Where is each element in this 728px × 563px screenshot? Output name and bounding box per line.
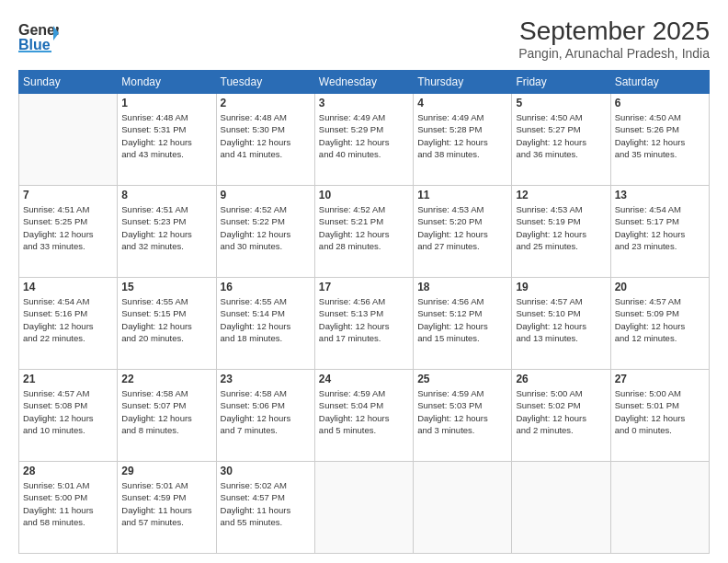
table-row: 24Sunrise: 4:59 AM Sunset: 5:04 PM Dayli… bbox=[314, 370, 413, 462]
table-row: 13Sunrise: 4:54 AM Sunset: 5:17 PM Dayli… bbox=[610, 186, 709, 278]
table-row: 18Sunrise: 4:56 AM Sunset: 5:12 PM Dayli… bbox=[414, 278, 512, 370]
table-row: 23Sunrise: 4:58 AM Sunset: 5:06 PM Dayli… bbox=[216, 370, 314, 462]
svg-text:General: General bbox=[18, 22, 59, 38]
day-number: 8 bbox=[121, 189, 211, 201]
day-number: 5 bbox=[516, 97, 606, 109]
day-number: 3 bbox=[319, 97, 409, 109]
day-number: 29 bbox=[121, 465, 211, 477]
logo: General Blue bbox=[18, 17, 59, 53]
calendar-subtitle: Pangin, Arunachal Pradesh, India bbox=[518, 46, 710, 61]
day-info: Sunrise: 4:49 AM Sunset: 5:29 PM Dayligh… bbox=[319, 111, 409, 160]
table-row bbox=[512, 462, 610, 554]
table-row: 17Sunrise: 4:56 AM Sunset: 5:13 PM Dayli… bbox=[314, 278, 413, 370]
day-info: Sunrise: 5:00 AM Sunset: 5:01 PM Dayligh… bbox=[615, 387, 705, 436]
table-row: 1Sunrise: 4:48 AM Sunset: 5:31 PM Daylig… bbox=[118, 94, 216, 186]
day-info: Sunrise: 4:59 AM Sunset: 5:03 PM Dayligh… bbox=[417, 387, 507, 436]
day-info: Sunrise: 4:53 AM Sunset: 5:19 PM Dayligh… bbox=[516, 203, 606, 252]
day-info: Sunrise: 4:50 AM Sunset: 5:27 PM Dayligh… bbox=[516, 111, 606, 160]
day-number: 23 bbox=[221, 373, 311, 385]
day-number: 21 bbox=[23, 373, 113, 385]
day-info: Sunrise: 4:48 AM Sunset: 5:31 PM Dayligh… bbox=[121, 111, 211, 160]
day-number: 13 bbox=[615, 189, 705, 201]
header-thursday: Thursday bbox=[414, 71, 512, 94]
day-number: 26 bbox=[516, 373, 606, 385]
table-row bbox=[610, 462, 709, 554]
title-block: September 2025 Pangin, Arunachal Pradesh… bbox=[518, 17, 710, 61]
day-number: 1 bbox=[121, 97, 211, 109]
header-monday: Monday bbox=[118, 71, 216, 94]
table-row bbox=[314, 462, 413, 554]
header-friday: Friday bbox=[512, 71, 610, 94]
table-row: 26Sunrise: 5:00 AM Sunset: 5:02 PM Dayli… bbox=[512, 370, 610, 462]
calendar-week-row: 14Sunrise: 4:54 AM Sunset: 5:16 PM Dayli… bbox=[19, 278, 710, 370]
table-row: 29Sunrise: 5:01 AM Sunset: 4:59 PM Dayli… bbox=[118, 462, 216, 554]
svg-text:Blue: Blue bbox=[18, 37, 51, 52]
calendar-week-row: 21Sunrise: 4:57 AM Sunset: 5:08 PM Dayli… bbox=[19, 370, 710, 462]
header-tuesday: Tuesday bbox=[216, 71, 314, 94]
day-info: Sunrise: 4:57 AM Sunset: 5:09 PM Dayligh… bbox=[615, 295, 705, 344]
day-number: 7 bbox=[23, 189, 113, 201]
table-row: 10Sunrise: 4:52 AM Sunset: 5:21 PM Dayli… bbox=[314, 186, 413, 278]
calendar-title: September 2025 bbox=[518, 17, 710, 46]
header-saturday: Saturday bbox=[610, 71, 709, 94]
day-number: 27 bbox=[615, 373, 705, 385]
day-number: 18 bbox=[417, 281, 507, 293]
page-header: General Blue September 2025 Pangin, Arun… bbox=[18, 17, 710, 61]
day-info: Sunrise: 4:56 AM Sunset: 5:13 PM Dayligh… bbox=[319, 295, 409, 344]
day-number: 19 bbox=[516, 281, 606, 293]
day-number: 12 bbox=[516, 189, 606, 201]
table-row: 12Sunrise: 4:53 AM Sunset: 5:19 PM Dayli… bbox=[512, 186, 610, 278]
day-number: 9 bbox=[221, 189, 311, 201]
day-number: 10 bbox=[319, 189, 409, 201]
table-row: 2Sunrise: 4:48 AM Sunset: 5:30 PM Daylig… bbox=[216, 94, 314, 186]
table-row: 16Sunrise: 4:55 AM Sunset: 5:14 PM Dayli… bbox=[216, 278, 314, 370]
day-info: Sunrise: 4:58 AM Sunset: 5:07 PM Dayligh… bbox=[121, 387, 211, 436]
day-info: Sunrise: 4:53 AM Sunset: 5:20 PM Dayligh… bbox=[417, 203, 507, 252]
table-row: 19Sunrise: 4:57 AM Sunset: 5:10 PM Dayli… bbox=[512, 278, 610, 370]
day-info: Sunrise: 4:48 AM Sunset: 5:30 PM Dayligh… bbox=[221, 111, 311, 160]
day-number: 25 bbox=[417, 373, 507, 385]
table-row: 11Sunrise: 4:53 AM Sunset: 5:20 PM Dayli… bbox=[414, 186, 512, 278]
day-info: Sunrise: 4:50 AM Sunset: 5:26 PM Dayligh… bbox=[615, 111, 705, 160]
day-number: 28 bbox=[23, 465, 113, 477]
calendar-week-row: 7Sunrise: 4:51 AM Sunset: 5:25 PM Daylig… bbox=[19, 186, 710, 278]
day-number: 17 bbox=[319, 281, 409, 293]
day-number: 6 bbox=[615, 97, 705, 109]
day-info: Sunrise: 4:49 AM Sunset: 5:28 PM Dayligh… bbox=[417, 111, 507, 160]
weekday-header-row: Sunday Monday Tuesday Wednesday Thursday… bbox=[19, 71, 710, 94]
day-info: Sunrise: 4:59 AM Sunset: 5:04 PM Dayligh… bbox=[319, 387, 409, 436]
day-info: Sunrise: 5:00 AM Sunset: 5:02 PM Dayligh… bbox=[516, 387, 606, 436]
table-row: 22Sunrise: 4:58 AM Sunset: 5:07 PM Dayli… bbox=[118, 370, 216, 462]
table-row: 20Sunrise: 4:57 AM Sunset: 5:09 PM Dayli… bbox=[610, 278, 709, 370]
day-info: Sunrise: 5:01 AM Sunset: 5:00 PM Dayligh… bbox=[23, 479, 113, 528]
table-row: 27Sunrise: 5:00 AM Sunset: 5:01 PM Dayli… bbox=[610, 370, 709, 462]
calendar-table: Sunday Monday Tuesday Wednesday Thursday… bbox=[18, 70, 710, 554]
table-row: 21Sunrise: 4:57 AM Sunset: 5:08 PM Dayli… bbox=[19, 370, 118, 462]
calendar-week-row: 28Sunrise: 5:01 AM Sunset: 5:00 PM Dayli… bbox=[19, 462, 710, 554]
day-info: Sunrise: 4:55 AM Sunset: 5:15 PM Dayligh… bbox=[121, 295, 211, 344]
day-info: Sunrise: 5:01 AM Sunset: 4:59 PM Dayligh… bbox=[121, 479, 211, 528]
logo-icon: General Blue bbox=[18, 17, 59, 53]
table-row: 6Sunrise: 4:50 AM Sunset: 5:26 PM Daylig… bbox=[610, 94, 709, 186]
day-number: 16 bbox=[221, 281, 311, 293]
day-number: 4 bbox=[417, 97, 507, 109]
table-row: 15Sunrise: 4:55 AM Sunset: 5:15 PM Dayli… bbox=[118, 278, 216, 370]
day-info: Sunrise: 4:57 AM Sunset: 5:08 PM Dayligh… bbox=[23, 387, 113, 436]
day-info: Sunrise: 4:54 AM Sunset: 5:16 PM Dayligh… bbox=[23, 295, 113, 344]
day-number: 2 bbox=[221, 97, 311, 109]
day-number: 11 bbox=[417, 189, 507, 201]
calendar-week-row: 1Sunrise: 4:48 AM Sunset: 5:31 PM Daylig… bbox=[19, 94, 710, 186]
day-number: 15 bbox=[121, 281, 211, 293]
table-row: 30Sunrise: 5:02 AM Sunset: 4:57 PM Dayli… bbox=[216, 462, 314, 554]
day-info: Sunrise: 4:57 AM Sunset: 5:10 PM Dayligh… bbox=[516, 295, 606, 344]
table-row: 7Sunrise: 4:51 AM Sunset: 5:25 PM Daylig… bbox=[19, 186, 118, 278]
table-row: 9Sunrise: 4:52 AM Sunset: 5:22 PM Daylig… bbox=[216, 186, 314, 278]
day-info: Sunrise: 4:51 AM Sunset: 5:23 PM Dayligh… bbox=[121, 203, 211, 252]
day-info: Sunrise: 5:02 AM Sunset: 4:57 PM Dayligh… bbox=[221, 479, 311, 528]
table-row: 25Sunrise: 4:59 AM Sunset: 5:03 PM Dayli… bbox=[414, 370, 512, 462]
day-number: 30 bbox=[221, 465, 311, 477]
table-row: 5Sunrise: 4:50 AM Sunset: 5:27 PM Daylig… bbox=[512, 94, 610, 186]
table-row: 28Sunrise: 5:01 AM Sunset: 5:00 PM Dayli… bbox=[19, 462, 118, 554]
table-row bbox=[19, 94, 118, 186]
day-number: 20 bbox=[615, 281, 705, 293]
